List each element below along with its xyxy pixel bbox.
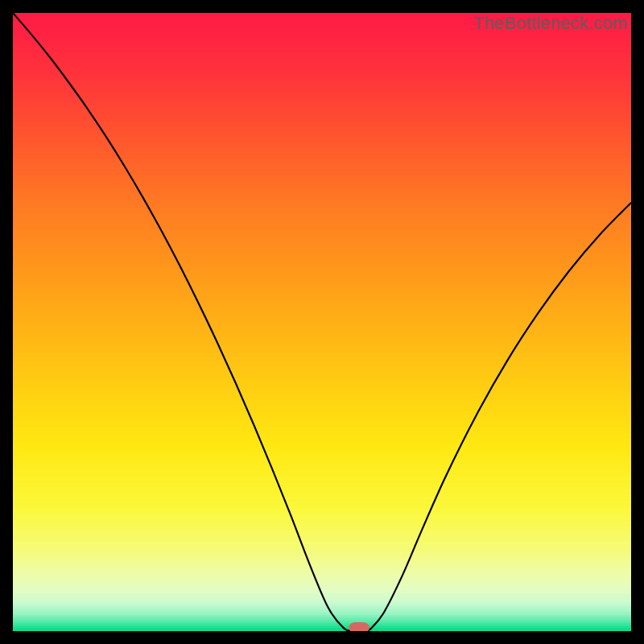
chart-frame: TheBottleneck.com	[13, 13, 631, 631]
plot-area	[13, 13, 631, 631]
optimum-marker	[349, 622, 369, 631]
curve-path	[13, 13, 631, 631]
watermark-text: TheBottleneck.com	[473, 13, 628, 34]
bottleneck-curve	[13, 13, 631, 631]
